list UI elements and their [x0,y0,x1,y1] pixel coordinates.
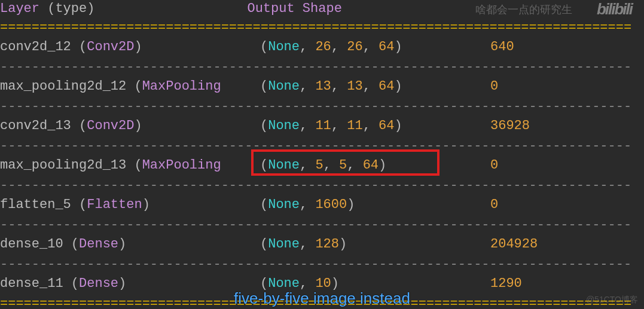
separator-single: ----------------------------------------… [0,60,631,75]
layer-type: Conv2D [87,118,134,133]
separator-single: ----------------------------------------… [0,257,631,272]
col-header-shape: Output Shape [247,1,341,16]
separator-single: ----------------------------------------… [0,178,631,193]
param-count: 36928 [490,118,530,133]
output-shape: (None, 1600) [260,197,355,212]
output-shape: (None, 13, 13, 64) [260,79,402,94]
watermark-attribution: 啥都会一点的研究生 [475,2,572,17]
col-header-type: (type) [47,1,94,16]
col-header-layer: Layer [0,1,39,16]
separator-single: ----------------------------------------… [0,99,631,114]
param-count: 204928 [490,237,538,252]
video-subtitle: five-by-five image instead [0,289,644,308]
layer-name: conv2d_12 [0,39,71,54]
layer-name: dense_10 [0,237,63,252]
layer-type: Dense [79,237,118,252]
separator-single: ----------------------------------------… [0,139,631,154]
separator-single: ----------------------------------------… [0,218,631,232]
watermark-logo: bilibili [597,0,632,19]
output-shape: (None, 5, 5, 64) [260,158,386,173]
output-shape: (None, 26, 26, 64) [260,39,402,54]
layer-type: Conv2D [87,39,134,54]
param-count: 0 [490,79,498,94]
output-shape: (None, 11, 11, 64) [260,118,402,133]
layer-type: Flatten [87,197,142,212]
param-count: 0 [490,197,498,212]
layer-name: max_pooling2d_12 [0,79,126,94]
separator-double: ========================================… [0,20,631,35]
layer-name: conv2d_13 [0,118,71,133]
param-count: 640 [490,39,514,54]
param-count: 0 [490,158,498,173]
output-shape: (None, 128) [260,237,347,252]
layer-name: flatten_5 [0,197,71,212]
layer-name: max_pooling2d_13 [0,158,126,173]
layer-type: MaxPooling [142,79,221,94]
layer-type: MaxPooling [142,158,221,173]
